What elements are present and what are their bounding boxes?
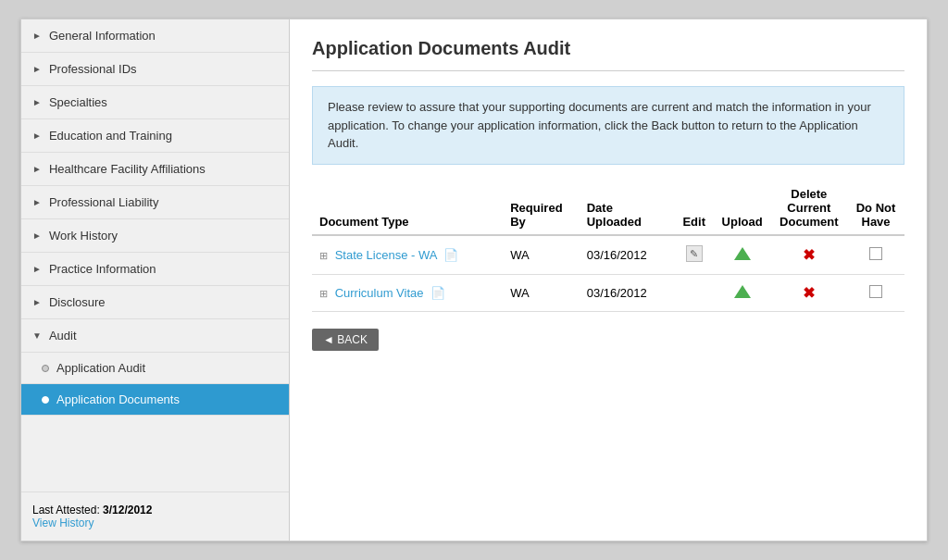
title-divider — [312, 70, 904, 71]
main-content: Application Documents Audit Please revie… — [290, 19, 927, 541]
arrow-icon: ► — [32, 230, 42, 241]
sidebar-item-label: Specialties — [49, 95, 107, 109]
col-header-doc-type: Document Type — [312, 181, 503, 235]
delete-icon[interactable]: ✖ — [803, 246, 815, 264]
date-uploaded-cell: 03/16/2012 — [580, 274, 675, 311]
bullet-icon — [42, 365, 49, 372]
upload-cell — [714, 274, 771, 311]
sidebar-item-disclosure[interactable]: ► Disclosure — [21, 286, 289, 319]
edit-cell — [675, 235, 714, 275]
sidebar-item-practice-information[interactable]: ► Practice Information — [21, 253, 289, 286]
page-title: Application Documents Audit — [312, 38, 904, 59]
sidebar-item-label: Work History — [49, 229, 118, 243]
upload-icon[interactable] — [734, 285, 751, 298]
delete-cell: ✖ — [771, 235, 847, 275]
upload-icon[interactable] — [734, 247, 751, 260]
upload-cell — [714, 235, 771, 275]
do-not-have-cell — [847, 235, 904, 275]
doc-type-cell: ⊞ Curriculum Vitae 📄 — [312, 274, 503, 311]
col-header-required-by: Required By — [503, 181, 579, 235]
required-by-cell: WA — [503, 274, 579, 311]
doc-file-icon: 📄 — [430, 286, 445, 300]
last-attested-label: Last Attested: — [32, 504, 100, 516]
sidebar-item-work-history[interactable]: ► Work History — [21, 219, 289, 253]
sidebar-item-professional-ids[interactable]: ► Professional IDs — [21, 53, 289, 86]
delete-cell: ✖ — [771, 274, 847, 311]
sidebar-subitem-label: Application Documents — [56, 392, 180, 406]
doc-type-link[interactable]: State License - WA — [335, 248, 437, 262]
sidebar-item-label: General Information — [49, 29, 156, 43]
table-row: ⊞ State License - WA 📄 WA 03/16/2012 ✖ — [312, 235, 904, 275]
arrow-icon: ► — [32, 197, 42, 207]
sidebar-subitem-application-audit[interactable]: Application Audit — [21, 353, 289, 384]
sidebar-item-healthcare-facility[interactable]: ► Healthcare Facility Affiliations — [21, 153, 289, 186]
sidebar-item-label: Education and Training — [49, 129, 172, 143]
arrow-icon: ► — [32, 31, 42, 41]
sidebar-item-audit[interactable]: ▼ Audit — [21, 319, 289, 353]
info-box: Please review to assure that your suppor… — [312, 86, 904, 165]
do-not-have-cell — [847, 274, 904, 311]
sidebar-item-label: Professional Liability — [49, 195, 159, 209]
arrow-icon: ► — [32, 97, 42, 107]
sidebar-item-general-information[interactable]: ► General Information — [21, 19, 289, 53]
arrow-icon: ► — [32, 131, 42, 141]
sidebar-item-label: Disclosure — [49, 295, 106, 309]
sidebar-item-label: Practice Information — [49, 262, 156, 276]
expand-icon[interactable]: ⊞ — [319, 250, 328, 261]
sidebar: ► General Information ► Professional IDs… — [21, 19, 290, 541]
table-row: ⊞ Curriculum Vitae 📄 WA 03/16/2012 ✖ — [312, 274, 904, 311]
sidebar-item-label: Healthcare Facility Affiliations — [49, 162, 206, 176]
sidebar-subitem-label: Application Audit — [56, 361, 145, 375]
app-container: ► General Information ► Professional IDs… — [20, 19, 928, 541]
documents-table: Document Type Required By Date Uploaded … — [312, 181, 904, 312]
col-header-edit: Edit — [675, 181, 714, 235]
required-by-cell: WA — [503, 235, 579, 275]
delete-icon[interactable]: ✖ — [803, 284, 815, 302]
arrow-icon: ► — [32, 164, 42, 174]
doc-type-cell: ⊞ State License - WA 📄 — [312, 235, 503, 275]
back-button[interactable]: ◄ BACK — [312, 329, 379, 351]
doc-type-link[interactable]: Curriculum Vitae — [335, 286, 424, 300]
col-header-date-uploaded: Date Uploaded — [580, 181, 675, 235]
col-header-delete: Delete Current Document — [771, 181, 847, 235]
date-uploaded-cell: 03/16/2012 — [580, 235, 675, 275]
sidebar-item-label: Professional IDs — [49, 62, 137, 76]
do-not-have-checkbox[interactable] — [869, 285, 882, 298]
arrow-icon: ▼ — [32, 330, 42, 341]
table-header-row: Document Type Required By Date Uploaded … — [312, 181, 904, 235]
sidebar-item-specialties[interactable]: ► Specialties — [21, 86, 289, 119]
expand-icon[interactable]: ⊞ — [319, 288, 328, 299]
last-attested-date: 3/12/2012 — [103, 504, 152, 516]
arrow-icon: ► — [32, 264, 42, 274]
bullet-icon — [42, 396, 49, 404]
do-not-have-checkbox[interactable] — [869, 247, 882, 260]
arrow-icon: ► — [32, 64, 42, 74]
sidebar-footer: Last Attested: 3/12/2012 View History — [21, 492, 289, 541]
doc-file-icon: 📄 — [443, 248, 458, 262]
edit-cell — [675, 274, 714, 311]
sidebar-item-education-training[interactable]: ► Education and Training — [21, 119, 289, 153]
sidebar-subitem-application-documents[interactable]: Application Documents — [21, 384, 289, 416]
view-history-link[interactable]: View History — [32, 516, 94, 529]
arrow-icon: ► — [32, 297, 42, 307]
edit-icon[interactable] — [686, 245, 703, 262]
sidebar-item-label: Audit — [49, 329, 77, 342]
col-header-upload: Upload — [714, 181, 771, 235]
col-header-do-not-have: Do Not Have — [847, 181, 904, 235]
sidebar-item-professional-liability[interactable]: ► Professional Liability — [21, 186, 289, 219]
